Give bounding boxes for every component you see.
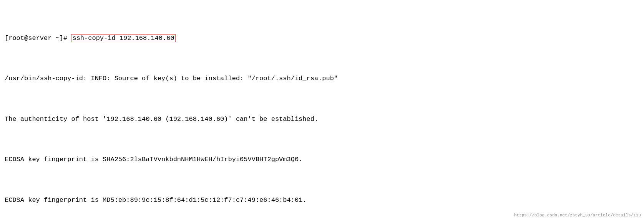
line-4: ECDSA key fingerprint is SHA256:2lsBaTVv… (5, 155, 639, 165)
line-1: [root@server ~]# ssh-copy-id 192.168.140… (5, 33, 639, 43)
line-2: /usr/bin/ssh-copy-id: INFO: Source of ke… (5, 74, 639, 84)
watermark: https://blog.csdn.net/zstyh_30/article/d… (514, 212, 641, 219)
line-3: The authenticity of host '192.168.140.60… (5, 114, 639, 124)
command-highlight-1: ssh-copy-id 192.168.140.60 (71, 34, 175, 42)
prompt-1: [root@server ~]# (5, 35, 71, 42)
line-5: ECDSA key fingerprint is MD5:eb:89:9c:15… (5, 195, 639, 205)
terminal: [root@server ~]# ssh-copy-id 192.168.140… (5, 3, 639, 221)
